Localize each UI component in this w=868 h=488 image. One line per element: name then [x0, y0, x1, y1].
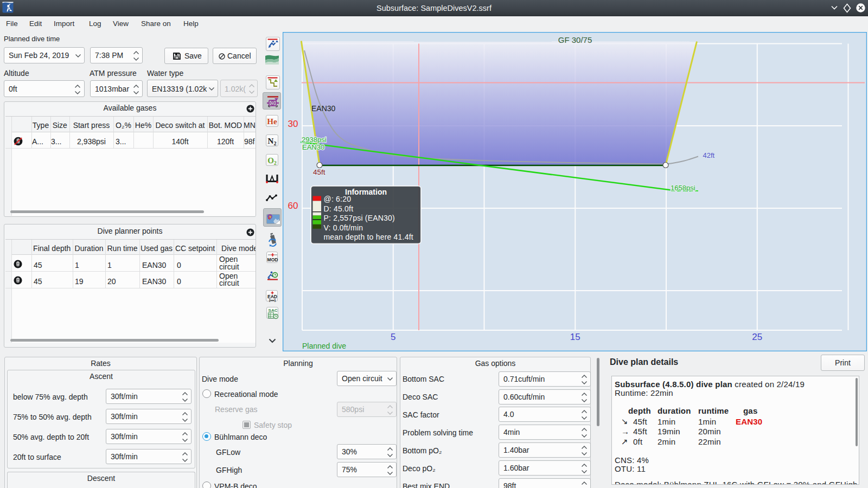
- svg-text:Planned dive: Planned dive: [302, 342, 346, 350]
- svg-text:45ft: 45ft: [313, 168, 326, 176]
- svg-text:42ft: 42ft: [703, 151, 715, 159]
- svg-text:@: 6:20: @: 6:20: [324, 195, 352, 203]
- svg-text:EAN30: EAN30: [302, 143, 324, 151]
- svg-text:60: 60: [288, 201, 298, 211]
- svg-text:2938psi: 2938psi: [302, 136, 327, 144]
- svg-text:D: 45.0ft: D: 45.0ft: [324, 204, 354, 213]
- svg-text:25: 25: [752, 332, 762, 342]
- svg-text:1658psi: 1658psi: [671, 184, 695, 192]
- svg-text:15: 15: [570, 332, 580, 342]
- svg-text:MOD: MOD: [267, 257, 278, 262]
- svg-text:SAC: SAC: [268, 308, 277, 313]
- svg-text:V: 0.0ft/min: V: 0.0ft/min: [324, 223, 363, 232]
- svg-text:mean depth to here 41.4ft: mean depth to here 41.4ft: [324, 233, 413, 241]
- svg-text:Information: Information: [345, 188, 387, 196]
- svg-text:5: 5: [391, 332, 395, 342]
- svg-text:(•••): (•••): [269, 298, 276, 302]
- svg-text:EAN30: EAN30: [311, 104, 336, 113]
- svg-text:30: 30: [288, 119, 298, 129]
- svg-text:P: 2,557psi (EAN30): P: 2,557psi (EAN30): [324, 214, 395, 222]
- svg-text:GF 30/75: GF 30/75: [558, 35, 592, 44]
